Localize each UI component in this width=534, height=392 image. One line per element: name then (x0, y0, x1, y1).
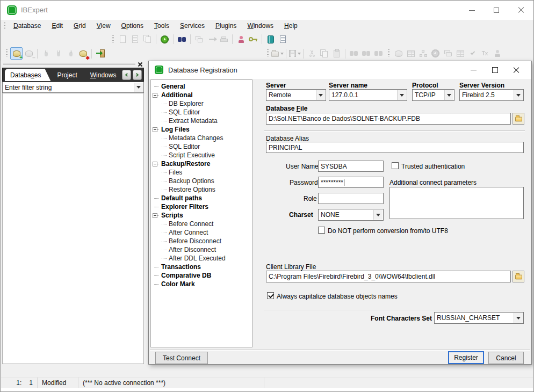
browse-client-library-button[interactable] (513, 271, 524, 282)
tree-item-after-disconnect[interactable]: After Disconnect (153, 245, 252, 254)
filter-dropdown-button[interactable] (134, 83, 143, 92)
ibexpert-options-icon[interactable] (158, 33, 171, 46)
password-input[interactable]: ********* (318, 177, 384, 188)
font-charset-dropdown-button[interactable] (514, 313, 523, 323)
cancel-button[interactable]: Cancel (488, 352, 524, 364)
tree-item-before-connect[interactable]: Before Connect (153, 220, 252, 228)
toolbar-grip[interactable] (6, 49, 8, 57)
tree-item-script-executive[interactable]: Script Executive (153, 151, 252, 159)
tree-item-sql-editor[interactable]: SQL Editor (153, 108, 252, 117)
tree-item-backup-restore[interactable]: Backup/Restore (153, 159, 252, 168)
dialog-maximize-button[interactable] (484, 61, 506, 79)
toolbar-grip[interactable] (267, 49, 269, 57)
tree-item-restore-options[interactable]: Restore Options (153, 185, 252, 194)
filter-combobox[interactable]: Enter filter string (2, 82, 144, 93)
client-library-input[interactable]: C:\Program Files\Firebird\Firebird_3_0\W… (266, 271, 511, 282)
test-connect-button[interactable]: Test Connect (155, 352, 208, 364)
tree-item-general[interactable]: General (153, 82, 252, 91)
register-database-icon[interactable]: + (10, 47, 23, 60)
tree-item-transactions[interactable]: Transactions (153, 263, 252, 271)
server-version-dropdown-button[interactable] (514, 90, 523, 100)
menu-edit[interactable]: Edit (46, 20, 68, 31)
close-button[interactable] (509, 1, 533, 20)
tree-item-additional[interactable]: Additional (153, 91, 252, 99)
charset-combobox[interactable]: NONE (318, 209, 384, 221)
maximize-icon (492, 67, 498, 73)
toolbar-grip[interactable] (112, 35, 114, 43)
exit-icon[interactable] (94, 47, 106, 60)
print-icon (218, 33, 230, 46)
capitalize-objects-checkbox[interactable] (267, 292, 274, 299)
menu-view[interactable]: View (91, 20, 116, 31)
tab-windows[interactable]: Windows (84, 69, 123, 81)
panel-drag-handle[interactable] (3, 63, 135, 66)
user-name-input[interactable]: SYSDBA (318, 161, 384, 172)
menu-database[interactable]: Database (8, 20, 46, 31)
tree-item-log-files[interactable]: Log Files (153, 125, 252, 134)
database-file-input[interactable]: D:\Sol.NET\Banco de Dados\SOLNET-BACKUP.… (266, 113, 511, 125)
additional-params-textarea[interactable] (389, 187, 524, 219)
maximize-button[interactable] (484, 1, 509, 20)
tab-scroll-right-button[interactable] (133, 70, 142, 80)
server-dropdown-button[interactable] (316, 90, 325, 100)
tab-scroll-left-button[interactable] (122, 70, 131, 80)
minimize-button[interactable] (459, 1, 484, 20)
collapse-icon[interactable] (153, 93, 157, 98)
menu-grip[interactable] (4, 22, 5, 30)
drop-database-icon[interactable]: ✱ (77, 47, 89, 60)
tree-item-backup-options[interactable]: Backup Options (153, 177, 252, 185)
charset-dropdown-button[interactable] (373, 210, 383, 220)
menu-help[interactable]: Help (279, 20, 303, 31)
menu-services[interactable]: Services (175, 20, 210, 31)
modified-cell: Modified (38, 378, 78, 388)
grant-manager-key-icon[interactable] (247, 33, 259, 46)
tree-item-color-mark[interactable]: Color Mark (153, 280, 252, 288)
role-input[interactable] (318, 193, 384, 204)
tree-item-before-disconnect[interactable]: Before Disconnect (153, 237, 252, 245)
database-alias-input[interactable]: PRINCIPAL (266, 142, 524, 153)
menu-grid[interactable]: Grid (68, 20, 91, 31)
utf8-conversion-checkbox[interactable] (318, 227, 325, 234)
tree-item-sql-editor-log[interactable]: SQL Editor (153, 142, 252, 151)
collapse-icon[interactable] (153, 213, 157, 218)
menu-plugins[interactable]: Plugins (210, 20, 242, 31)
tree-item-scripts[interactable]: Scripts (153, 211, 252, 220)
register-button[interactable]: Register (448, 351, 484, 364)
server-version-combobox[interactable]: Firebird 2.5 (459, 89, 524, 101)
panel-close-icon[interactable] (138, 62, 143, 67)
report-icon[interactable] (277, 33, 289, 46)
tree-item-db-explorer[interactable]: DB Explorer (153, 99, 252, 108)
user-manager-icon[interactable] (235, 33, 247, 46)
menu-windows[interactable]: Windows (242, 20, 279, 31)
tree-item-after-connect[interactable]: After Connect (153, 228, 252, 237)
tab-databases[interactable]: Databases (5, 69, 50, 81)
tree-item-after-ddl-executed[interactable]: After DDL Executed (153, 254, 252, 263)
notebook-icon[interactable] (264, 33, 277, 46)
server-name-dropdown-button[interactable] (397, 90, 406, 100)
trusted-authentication-checkbox[interactable] (392, 162, 399, 169)
close-icon (518, 7, 524, 13)
collapse-icon[interactable] (153, 162, 157, 166)
tree-item-files[interactable]: Files (153, 168, 252, 177)
chevron-down-icon (400, 94, 404, 97)
protocol-combobox[interactable]: TCP/IP (412, 89, 454, 101)
tab-project[interactable]: Project (50, 69, 83, 81)
protocol-dropdown-button[interactable] (444, 90, 453, 100)
toolbar-grip[interactable] (388, 49, 389, 57)
menu-tools[interactable]: Tools (149, 20, 175, 31)
tree-item-extract-metadata[interactable]: Extract Metadata (153, 117, 252, 125)
font-charset-combobox[interactable]: RUSSIAN_CHARSET (434, 312, 524, 324)
database-tree-area[interactable] (2, 93, 144, 364)
collapse-icon[interactable] (153, 127, 157, 132)
menu-options[interactable]: Options (116, 20, 149, 31)
save-metadata-search-icon[interactable] (176, 33, 188, 46)
browse-database-file-button[interactable] (513, 113, 524, 125)
server-name-combobox[interactable]: 127.0.0.1 (329, 89, 407, 101)
tree-item-explorer-filters[interactable]: Explorer Filters (153, 202, 252, 211)
tree-item-default-paths[interactable]: Default paths (153, 194, 252, 202)
server-combobox[interactable]: Remote (266, 89, 326, 101)
tree-item-comparative-db[interactable]: Comparative DB (153, 271, 252, 280)
dialog-close-button[interactable] (506, 61, 527, 79)
tree-item-metadata-changes[interactable]: Metadata Changes (153, 134, 252, 142)
dialog-minimize-button[interactable] (463, 61, 484, 79)
